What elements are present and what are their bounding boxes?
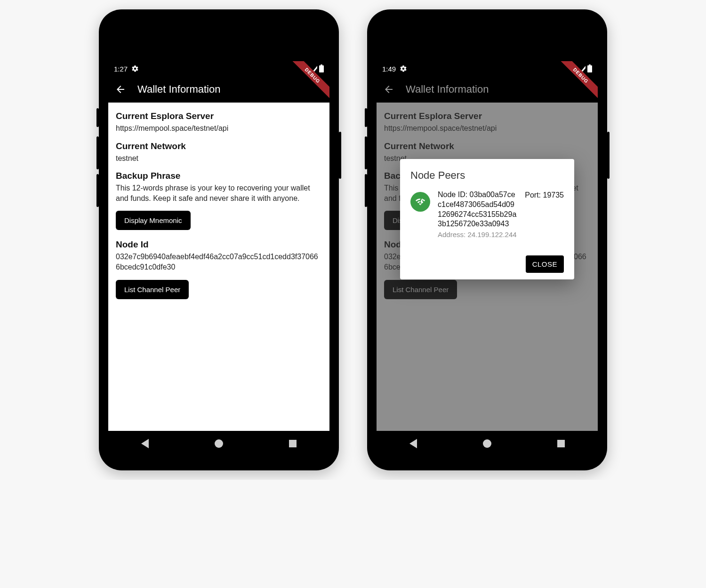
peer-address-label: Address: (438, 230, 467, 238)
display-mnemonic-button[interactable]: Display Mnemonic (116, 211, 191, 230)
app-bar: Wallet Information (377, 76, 598, 103)
nav-recent-icon[interactable] (289, 440, 297, 447)
esplora-title: Current Esplora Server (116, 111, 322, 121)
phone-side-button (96, 136, 99, 169)
app-bar-title: Wallet Information (406, 83, 489, 95)
signal-icon (581, 66, 586, 72)
signal-icon (313, 66, 317, 72)
status-time: 1:49 (382, 65, 396, 73)
nav-back-icon[interactable] (409, 439, 417, 448)
wifi-icon (570, 64, 579, 73)
app-bar-title: Wallet Information (137, 83, 220, 95)
node-id-value: 032e7c9b6940afeaebf4edf46a2cc07a9cc51cd1… (116, 252, 322, 272)
dialog-scrim[interactable]: Node Peers Node ID: 03ba00a57cec1cef4873… (377, 103, 598, 431)
dialog-close-button[interactable]: CLOSE (526, 255, 564, 273)
wifi-icon (302, 64, 311, 73)
peer-info: Node ID: 03ba00a57cec1cef4873065ad54d091… (438, 190, 517, 239)
network-check-icon (410, 192, 430, 212)
nav-back-icon[interactable] (141, 439, 149, 448)
phone-left: 1:27 DEBUG Wallet Information Current Es… (99, 9, 339, 470)
phone-side-button (365, 174, 367, 207)
nav-home-icon[interactable] (483, 439, 491, 448)
back-arrow-icon[interactable] (383, 84, 394, 95)
peer-port-label: Port: (525, 191, 543, 199)
phone-side-button (365, 136, 367, 169)
phone-side-button (96, 174, 99, 207)
network-value: testnet (116, 153, 322, 164)
phone-side-button (96, 108, 99, 127)
network-title: Current Network (116, 141, 322, 151)
phone-side-button (607, 132, 610, 179)
battery-icon (587, 65, 592, 72)
peer-port: Port: 19735 (525, 190, 564, 199)
peer-port-value: 19735 (543, 191, 564, 199)
peer-address: 24.199.122.244 (467, 230, 516, 238)
dialog-title: Node Peers (410, 169, 564, 182)
content-area: Current Esplora Server https://mempool.s… (108, 103, 329, 431)
backup-body: This 12-words phrase is your key to reco… (116, 183, 322, 203)
status-time: 1:27 (114, 65, 128, 73)
node-id-title: Node Id (116, 239, 322, 250)
phone-side-button (365, 108, 367, 127)
system-nav-bar (377, 431, 598, 456)
backup-title: Backup Phrase (116, 171, 322, 181)
peer-node-id-label: Node ID: (438, 191, 470, 199)
system-nav-bar (108, 431, 329, 456)
esplora-value: https://mempool.space/testnet/api (116, 123, 322, 134)
gear-icon (400, 65, 407, 72)
phone-right: 1:49 DEBUG Wallet Information Current Es… (367, 9, 607, 470)
nav-recent-icon[interactable] (557, 440, 565, 447)
app-bar: Wallet Information (108, 76, 329, 103)
phone-side-button (339, 132, 341, 179)
back-arrow-icon[interactable] (115, 84, 126, 95)
battery-icon (319, 65, 324, 72)
nav-home-icon[interactable] (215, 439, 223, 448)
content-area: Current Esplora Server https://mempool.s… (377, 103, 598, 431)
node-peers-dialog: Node Peers Node ID: 03ba00a57cec1cef4873… (400, 159, 574, 279)
gear-icon (131, 65, 139, 72)
status-bar: 1:49 DEBUG (377, 61, 598, 76)
status-bar: 1:27 DEBUG (108, 61, 329, 76)
peer-row: Node ID: 03ba00a57cec1cef4873065ad54d091… (410, 190, 564, 239)
list-channel-peer-button[interactable]: List Channel Peer (116, 280, 189, 299)
